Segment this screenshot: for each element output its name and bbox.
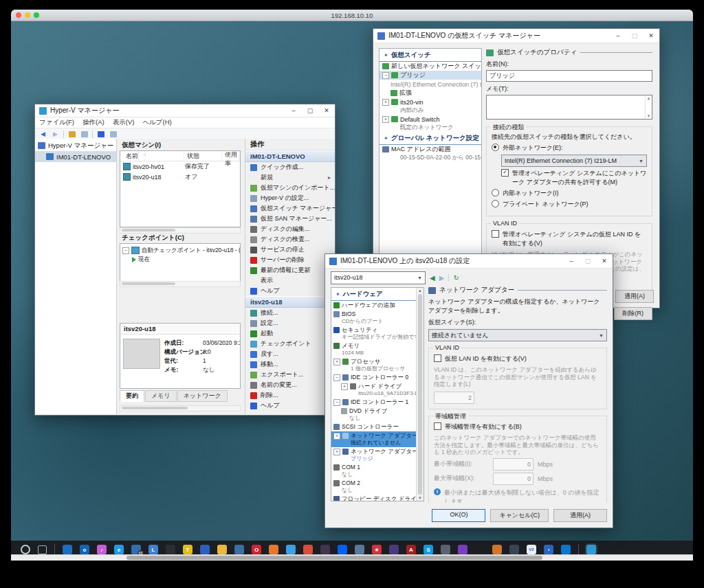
window-icon[interactable] — [109, 131, 118, 138]
taskbar-icon-outlook[interactable]: o — [80, 545, 89, 554]
taskbar-icon-favorites-star[interactable]: ★ — [372, 545, 382, 554]
expand-icon[interactable]: + — [333, 433, 340, 440]
tree-root-hyperv-manager[interactable]: Hyper-V マネージャー — [35, 140, 116, 151]
action-stop-service[interactable]: サービスの停止 — [245, 245, 335, 255]
collapse-icon[interactable]: − — [122, 247, 129, 254]
taskbar-icon-opera[interactable]: O — [252, 545, 261, 554]
taskbar-icon-task-view[interactable] — [38, 545, 47, 554]
switch-tree-item[interactable]: 拡張 — [380, 89, 481, 98]
menu-action[interactable]: 操作(A) — [82, 118, 104, 127]
hw-item-add-hardware[interactable]: ハードウェアの追加 — [331, 301, 417, 310]
action-edit-disk[interactable]: ディスクの編集... — [245, 224, 335, 234]
action-quick-create[interactable]: クイック作成... — [245, 162, 335, 172]
taskbar-icon-terminal-app[interactable] — [166, 545, 175, 554]
external-network-radio[interactable]: 外部ネットワーク(E): — [492, 144, 647, 152]
expand-icon[interactable]: + — [382, 99, 389, 106]
memo-scrollbar[interactable]: ▲▼ — [645, 95, 652, 119]
close-icon[interactable]: ✕ — [596, 255, 613, 267]
settings-vlan-checkbox[interactable]: 仮想 LAN ID を有効にする(V) — [434, 354, 602, 363]
hw-item-ide-controller[interactable]: −IDE コントローラー 0 — [331, 373, 417, 382]
switch-name-input[interactable]: ブリッジ — [486, 70, 652, 82]
vm-action-revert[interactable]: 戻す... — [245, 349, 335, 359]
taskbar-icon-search-tool[interactable] — [509, 545, 519, 554]
taskbar-icon-mail[interactable]: 65 — [131, 545, 141, 554]
vm-action-help[interactable]: ヘルプ — [245, 400, 335, 411]
tree-host-im01-dt-lenovo[interactable]: IM01-DT-LENOVO — [35, 151, 116, 162]
action-inspect-disk[interactable]: ディスクの検査... — [245, 234, 335, 245]
action-remove-server[interactable]: サーバーの削除 — [245, 255, 335, 265]
export-list-icon[interactable] — [67, 131, 76, 138]
hyperv-manager-titlebar[interactable]: Hyper-V マネージャー – ▢ ✕ — [35, 104, 335, 117]
expand-icon[interactable]: + — [382, 116, 389, 123]
taskbar-icon-teraterm[interactable]: T — [183, 545, 192, 554]
refresh-icon[interactable]: ↻ — [453, 274, 459, 282]
taskbar-icon-browser-globe[interactable] — [234, 545, 244, 554]
hw-item-network-adapter[interactable]: +ネットワーク アダプターブリッジ — [331, 447, 417, 463]
hw-item-network-adapter[interactable]: +ネットワーク アダプター接続されていません — [331, 431, 417, 447]
expand-icon[interactable]: + — [333, 359, 340, 365]
cancel-button[interactable]: キャンセル(C) — [490, 509, 549, 522]
taskbar-icon-cmd-terminal[interactable] — [475, 545, 485, 554]
tab-summary[interactable]: 要約 — [120, 390, 144, 402]
taskbar-icon-vnc-viewer[interactable]: V2 — [527, 545, 536, 554]
vm-action-connect[interactable]: 接続... — [245, 308, 335, 318]
vm-action-move[interactable]: 移動... — [245, 359, 335, 370]
switch-tree-item[interactable]: +its20-vin — [380, 98, 481, 106]
tab-network[interactable]: ネットワーク — [177, 390, 228, 402]
taskbar-icon-messenger[interactable] — [286, 545, 296, 554]
checkpoint-root[interactable]: − 自動チェックポイント - itsv20-u18 - (03/06/2020 … — [120, 246, 240, 255]
close-icon[interactable]: ✕ — [643, 30, 659, 42]
taskbar-icon-dropbox[interactable] — [338, 545, 347, 554]
vm-action-rename[interactable]: 名前の変更... — [245, 380, 335, 390]
bandwidth-checkbox[interactable]: 帯域幅管理を有効にする(B) — [434, 422, 602, 431]
vsm-apply-button[interactable]: 適用(A) — [615, 290, 654, 303]
taskbar-icon-hyper-v-manager[interactable] — [586, 545, 596, 554]
vsm-vlan-checkbox[interactable]: 管理オペレーティング システムの仮想 LAN ID を有効にする(V) — [492, 230, 647, 248]
tab-memory[interactable]: メモリ — [145, 390, 177, 402]
taskbar-icon-chrome[interactable] — [303, 545, 313, 554]
maximize-icon[interactable]: ▢ — [302, 104, 318, 117]
taskbar-icon-cortana[interactable] — [21, 545, 30, 554]
checkpoint-now[interactable]: 現在 — [120, 255, 240, 264]
apply-button[interactable]: 適用(A) — [553, 509, 607, 522]
hw-item-floppy-drive[interactable]: フロッピー ディスク ドライブなし — [331, 495, 417, 501]
menu-view[interactable]: 表示(V) — [113, 118, 135, 127]
action-new[interactable]: 新規▸ — [245, 172, 335, 183]
taskbar-icon-winscp[interactable] — [200, 545, 210, 554]
close-icon[interactable]: ✕ — [318, 104, 335, 117]
share-adapter-checkbox[interactable]: ✓管理オペレーティング システムにこのネットワーク アダプターの共有を許可する(… — [501, 169, 647, 187]
vm-selector-dropdown[interactable]: itsv20-u18▼ — [331, 271, 426, 284]
vm-action-start[interactable]: 起動 — [245, 328, 335, 339]
hardware-list-vscrollbar[interactable]: ▲▼ — [416, 288, 424, 501]
taskbar-icon-itunes[interactable]: ♪ — [97, 545, 107, 554]
vm-action-settings[interactable]: 設定... — [245, 318, 335, 328]
hw-item-com-port[interactable]: COM 2なし — [331, 479, 417, 495]
vsm-titlebar[interactable]: IM01-DT-LENOVO の仮想スイッチ マネージャー – ▢ ✕ — [373, 29, 659, 43]
expand-icon[interactable]: + — [333, 449, 340, 455]
taskbar-icon-skype[interactable]: S — [424, 545, 433, 554]
vsm-remove-button[interactable]: 削除(R) — [614, 307, 653, 320]
vm-row-itsv20-hv01[interactable]: itsv20-hv01 保存完了 — [120, 161, 240, 172]
hw-item-ide-controller[interactable]: −IDE コントローラー 1 — [331, 398, 417, 407]
hw-item-bios[interactable]: BIOSCDからのブート — [331, 310, 417, 326]
private-network-radio[interactable]: プライベート ネットワーク(P) — [492, 200, 647, 209]
taskbar-icon-visual-studio[interactable] — [458, 545, 468, 554]
hw-item-dvd-drive[interactable]: DVD ドライブなし — [331, 407, 417, 422]
taskbar-icon-onedrive[interactable] — [561, 545, 571, 554]
action-refresh[interactable]: 最新の情報に更新 — [245, 265, 335, 275]
taskbar-icon-remote-desktop[interactable] — [441, 545, 450, 554]
settings-titlebar[interactable]: IM01-DT-LENOVO 上の itsv20-u18 の設定 – ▢ ✕ — [325, 254, 613, 269]
action-help[interactable]: ヘルプ — [245, 286, 335, 296]
taskbar-icon-firefox[interactable] — [269, 545, 278, 554]
switch-tree-item[interactable]: +Default Switch — [380, 115, 481, 124]
hw-item-hard-drive[interactable]: +ハード ドライブitsv20-u18_9A71D3F3-D88... — [331, 382, 417, 398]
action-view[interactable]: 表示▸ — [245, 275, 335, 286]
vm-action-checkpoint[interactable]: チェックポイント — [245, 339, 335, 349]
taskbar-icon-file-explorer[interactable] — [217, 545, 227, 554]
virtual-switch-dropdown[interactable]: 接続されていません▼ — [428, 329, 607, 341]
external-nic-dropdown[interactable]: Intel(R) Ethernet Connection (7) I219-LM… — [501, 155, 647, 167]
taskbar-icon-edge[interactable]: e — [114, 545, 124, 554]
forward-icon[interactable]: ▶ — [51, 131, 60, 138]
column-name[interactable]: 名前 ˆ — [120, 151, 184, 161]
switch-tree-item[interactable]: Intel(R) Ethernet Connection (7) I... — [380, 80, 481, 89]
